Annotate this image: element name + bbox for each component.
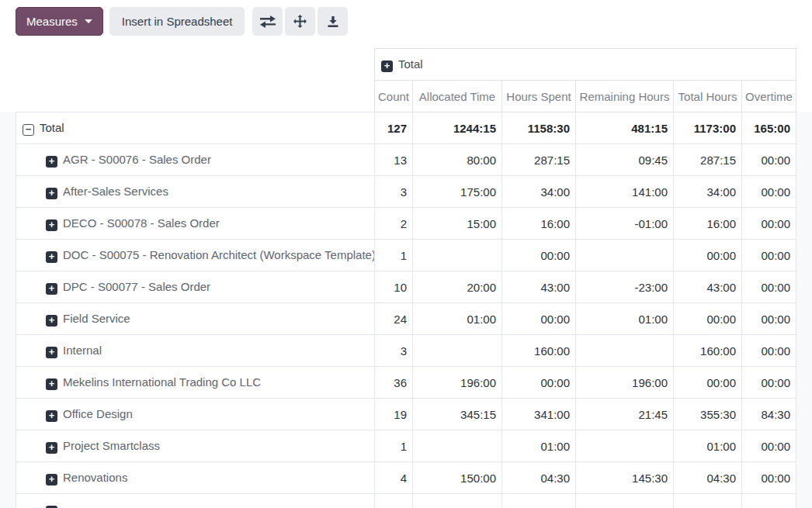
value-cell [375, 494, 413, 508]
expand-row-icon [46, 378, 57, 390]
row-header-label: Office Design [63, 407, 133, 420]
table-row: Office Design19345:15341:0021:45355:3084… [16, 399, 796, 430]
value-cell: 00:00 [742, 462, 796, 494]
row-header-mekelins-international-trading-co-llc[interactable]: Mekelins International Trading Co LLC [16, 367, 375, 399]
expand-row-icon [46, 188, 57, 199]
column-group-label: Total [398, 57, 423, 71]
value-cell: 34:00 [502, 176, 576, 208]
value-cell: 150:00 [413, 462, 502, 494]
value-cell: 16:00 [502, 208, 576, 240]
value-cell [502, 494, 576, 508]
value-cell: 287:15 [502, 144, 576, 176]
value-cell: 00:00 [742, 176, 796, 208]
value-cell: 4 [375, 462, 413, 494]
row-header-label: DPC - S00077 - Sales Order [63, 280, 210, 293]
value-cell: 341:00 [502, 399, 576, 430]
row-header-agr-s00076-sales-order[interactable]: AGR - S00076 - Sales Order [16, 144, 375, 176]
value-cell: -01:00 [576, 208, 674, 240]
row-header-project-smartclass[interactable]: Project Smartclass [16, 430, 375, 462]
value-cell [576, 240, 674, 271]
value-cell: 127 [375, 112, 413, 144]
expand-row-icon [46, 506, 57, 508]
download-button[interactable] [318, 7, 348, 36]
expand-row-icon [46, 442, 57, 454]
value-cell [413, 240, 502, 271]
row-header-label: Renovations [63, 471, 127, 484]
row-header-internal[interactable]: Internal [16, 335, 375, 367]
value-cell: 01:00 [502, 430, 576, 462]
value-cell: 196:00 [576, 367, 674, 399]
value-cell [576, 494, 674, 508]
value-cell: 00:00 [742, 367, 796, 399]
value-cell: 1244:15 [413, 112, 502, 144]
row-header-doc-s00075-renovation-architect-workspace-template[interactable]: DOC - S00075 - Renovation Architect (Wor… [16, 240, 375, 271]
row-header-label: AGR - S00076 - Sales Order [63, 153, 211, 166]
column-group-header-total[interactable]: Total [375, 49, 796, 81]
row-header-total[interactable]: Total [16, 112, 375, 144]
value-cell: 00:00 [502, 367, 576, 399]
value-cell: 80:00 [413, 144, 502, 176]
column-header-hours-spent[interactable]: Hours Spent [502, 81, 576, 112]
row-header-field-service[interactable]: Field Service [16, 303, 375, 335]
value-cell: 04:30 [502, 462, 576, 494]
column-header-overtime[interactable]: Overtime [742, 81, 796, 112]
value-cell: 481:15 [576, 112, 674, 144]
flip-axis-button[interactable] [252, 7, 283, 36]
expand-all-button[interactable] [285, 7, 315, 36]
measures-button-label: Measures [26, 15, 78, 28]
value-cell [413, 430, 502, 462]
value-cell: 43:00 [502, 271, 576, 303]
value-cell: 00:00 [742, 240, 796, 271]
expand-all-icon [293, 15, 307, 28]
column-group-row: Total [16, 49, 796, 81]
value-cell: -23:00 [576, 271, 674, 303]
corner-blank-cell [16, 81, 375, 112]
value-cell: 1173:00 [674, 112, 742, 144]
measure-header-row: CountAllocated TimeHours SpentRemaining … [16, 81, 796, 112]
corner-blank-cell [16, 49, 375, 81]
value-cell: 13 [375, 144, 413, 176]
row-header-label: Field Service [63, 312, 130, 325]
expand-column-icon [381, 60, 393, 72]
row-header-label: DOC - S00075 - Renovation Architect (Wor… [63, 248, 375, 261]
table-row: Total1271244:151158:30481:151173:00165:0… [16, 112, 796, 144]
row-header-after-sales-services[interactable]: After-Sales Services [16, 176, 375, 208]
column-header-count[interactable]: Count [375, 81, 413, 112]
measures-button[interactable]: Measures [16, 7, 103, 36]
row-header-deco-s00078-sales-order[interactable]: DECO - S00078 - Sales Order [16, 208, 375, 240]
column-header-remaining-hours[interactable]: Remaining Hours [576, 81, 674, 112]
value-cell [742, 494, 796, 508]
value-cell: 43:00 [674, 271, 742, 303]
expand-row-icon [46, 251, 57, 263]
row-header-label: After-Sales Services [63, 185, 168, 198]
table-row [16, 494, 796, 508]
row-header-dpc-s00077-sales-order[interactable]: DPC - S00077 - Sales Order [16, 271, 375, 303]
expand-row-icon [46, 156, 57, 168]
column-header-allocated-time[interactable]: Allocated Time [413, 81, 502, 112]
value-cell: 00:00 [674, 303, 742, 335]
value-cell: 01:00 [413, 303, 502, 335]
value-cell: 15:00 [413, 208, 502, 240]
value-cell: 196:00 [413, 367, 502, 399]
chevron-down-icon [85, 19, 92, 23]
table-row: Internal3160:00160:0000:00 [16, 335, 796, 367]
value-cell: 16:00 [674, 208, 742, 240]
column-header-total-hours[interactable]: Total Hours [674, 81, 742, 112]
table-row: Mekelins International Trading Co LLC361… [16, 367, 796, 399]
value-cell: 3 [375, 335, 413, 367]
value-cell: 160:00 [502, 335, 576, 367]
value-cell: 00:00 [502, 240, 576, 271]
row-header-office-design[interactable]: Office Design [16, 399, 375, 430]
row-header-renovations[interactable]: Renovations [16, 462, 375, 494]
value-cell: 160:00 [674, 335, 742, 367]
expand-row-icon [46, 474, 57, 486]
insert-in-spreadsheet-button[interactable]: Insert in Spreadsheet [109, 7, 245, 36]
row-header-row[interactable] [16, 494, 375, 508]
pivot-view: Measures Insert in Spreadsheet [0, 0, 812, 508]
insert-in-spreadsheet-label: Insert in Spreadsheet [122, 15, 233, 28]
value-cell: 00:00 [742, 303, 796, 335]
value-cell: 00:00 [742, 144, 796, 176]
pivot-table: Total CountAllocated TimeHours SpentRema… [16, 48, 796, 508]
table-row: Project Smartclass101:0001:0000:00 [16, 430, 796, 462]
value-cell: 10 [375, 271, 413, 303]
